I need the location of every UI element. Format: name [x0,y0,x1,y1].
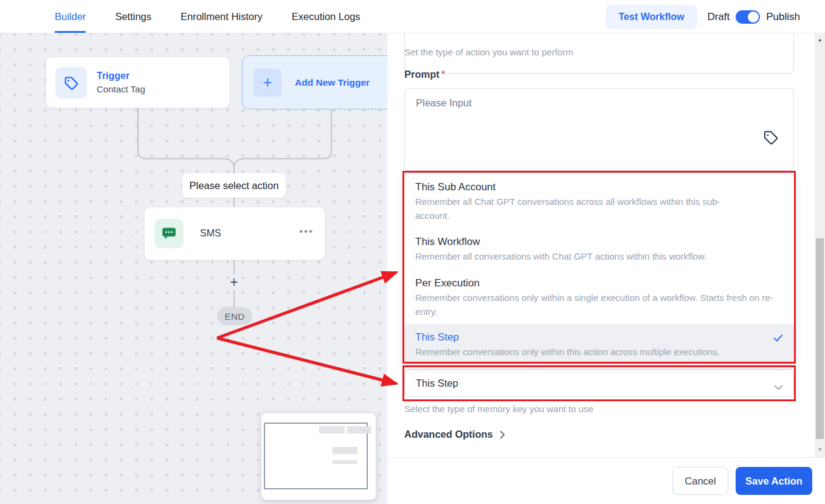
scrollbar-up-arrow[interactable]: ▲ [815,35,825,45]
option-description: Remember all Chat GPT conversations acro… [415,195,748,223]
panel-scroll-area: Set the type of action you want to perfo… [387,33,815,457]
trigger-node-card[interactable]: Trigger Contact Tag [46,57,230,108]
tag-icon [55,67,87,98]
trigger-card-title: Trigger [97,69,145,83]
scrollbar-thumb[interactable] [816,238,824,439]
minimap-node [347,426,371,433]
nav-tabs: Builder Settings Enrollment History Exec… [55,0,361,33]
option-title: This Sub Account [415,179,783,195]
chevron-down-icon [774,381,783,393]
minimap[interactable] [261,413,376,500]
tab-builder[interactable]: Builder [55,0,86,33]
option-title: This Workflow [415,234,783,249]
option-description: Remember all conversations with Chat GPT… [415,249,783,263]
plus-icon: + [254,69,281,97]
save-action-button[interactable]: Save Action [736,467,812,495]
tab-execution-logs[interactable]: Execution Logs [292,0,361,33]
trigger-card-subtitle: Contact Tag [97,83,145,95]
publish-toggle[interactable] [736,10,760,24]
tab-enrollment-history[interactable]: Enrollment History [181,0,263,33]
add-step-plus-button[interactable]: + [226,274,242,290]
tab-settings[interactable]: Settings [115,0,151,33]
publish-label: Publish [766,11,800,23]
top-nav: Builder Settings Enrollment History Exec… [0,0,825,33]
prompt-textarea[interactable]: Please Input [404,88,794,171]
option-title: Per Execution [415,275,783,291]
trigger-card-text: Trigger Contact Tag [97,69,145,95]
minimap-node [319,426,345,433]
scrollbar-down-arrow[interactable]: ▼ [815,445,825,455]
action-type-helper: Set the type of action you want to perfo… [404,46,573,59]
memory-select-helper: Select the type of memory key you want t… [404,402,593,416]
minimap-node [333,460,357,464]
advanced-options-link[interactable]: Advanced Options [404,429,505,440]
panel-scrollbar[interactable]: ▲ ▼ [815,29,825,457]
prompt-placeholder: Please Input [416,97,472,109]
dropdown-option-this-step[interactable]: This Step Remember conversations only wi… [404,324,794,363]
workflow-builder-app: Builder Settings Enrollment History Exec… [0,0,825,504]
chevron-right-icon [500,430,505,439]
cancel-button[interactable]: Cancel [672,467,728,495]
memory-type-dropdown: This Sub Account Remember all Chat GPT c… [404,173,794,363]
prompt-label: Prompt* [404,69,445,80]
option-description: Remember conversations only within this … [415,345,783,359]
option-description: Remember conversations only within a sin… [415,291,783,319]
required-asterisk: * [441,69,445,80]
workflow-canvas[interactable]: Trigger Contact Tag + Add New Trigger Pl… [0,33,387,504]
add-new-trigger-button[interactable]: + Add New Trigger [242,55,387,109]
memory-type-select-field[interactable]: This Step [404,369,794,397]
panel-footer: Cancel Save Action [387,457,825,504]
memory-select-value: This Step [416,378,458,389]
dropdown-option-per-execution[interactable]: Per Execution Remember conversations onl… [404,269,794,324]
add-new-trigger-label: Add New Trigger [295,77,370,88]
publish-toggle-group: Draft Publish [707,10,800,24]
toggle-knob [748,12,759,22]
nav-right: Test Workflow Draft Publish [606,0,800,33]
sms-action-card[interactable]: SMS ••• [144,207,325,260]
action-settings-panel: Set the type of action you want to perfo… [387,33,825,504]
select-action-label: Please select action [182,173,286,198]
minimap-node [333,447,357,454]
tag-merge-field-icon[interactable] [762,129,779,148]
chat-bubble-icon [154,219,184,248]
ellipsis-menu-icon[interactable]: ••• [299,226,314,238]
dropdown-option-this-workflow[interactable]: This Workflow Remember all conversations… [404,228,794,269]
dropdown-option-this-sub-account[interactable]: This Sub Account Remember all Chat GPT c… [404,173,794,228]
sms-card-label: SMS [200,228,221,239]
option-title: This Step [415,330,783,345]
advanced-options-label: Advanced Options [404,429,493,440]
end-node: END [217,307,252,325]
check-icon [772,332,784,347]
draft-label: Draft [707,11,730,23]
test-workflow-button[interactable]: Test Workflow [606,5,698,29]
